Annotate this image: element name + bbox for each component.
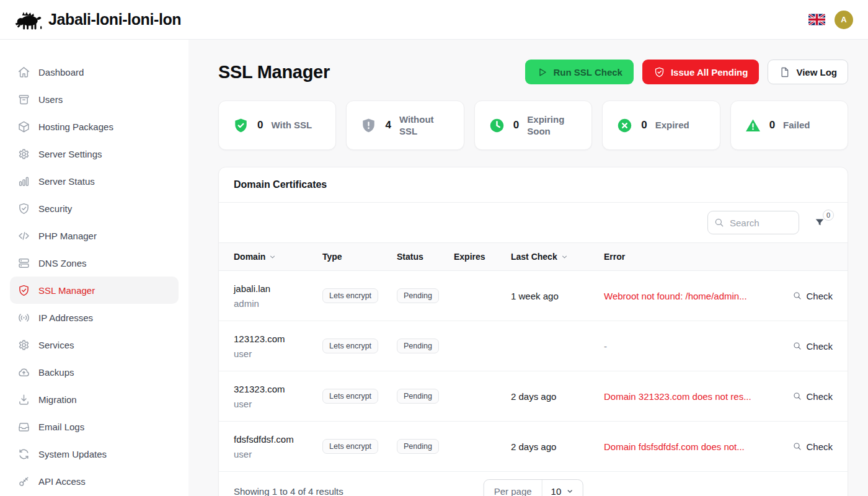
check-button[interactable]: Check [792,341,833,352]
sidebar-item-label: Server Status [38,176,95,187]
domain-name: 321323.com [234,384,322,394]
status-cell: Pending [397,389,454,404]
sidebar-item-label: System Updates [38,449,107,459]
type-badge: Lets encrypt [322,439,378,454]
check-label: Check [806,441,833,452]
sidebar-item-label: DNS Zones [38,258,87,268]
check-button[interactable]: Check [792,291,833,301]
brand[interactable]: Jabali-loni-loni-lon [15,9,181,30]
main-content: SSL Manager Run SSL Check Issue All Pend… [188,40,868,496]
error-cell: - [604,341,776,352]
sidebar-item-users[interactable]: Users [10,86,179,113]
check-button[interactable]: Check [792,391,833,402]
column-header-last-check[interactable]: Last Check [511,252,604,262]
download-icon [17,393,30,406]
last-check-cell: 2 days ago [511,441,604,452]
chevron-down-icon [560,253,569,261]
language-flag-button[interactable] [808,14,825,25]
sidebar-item-label: API Access [38,476,86,487]
domain-user: admin [234,298,322,309]
run-ssl-check-button[interactable]: Run SSL Check [525,60,634,84]
view-log-label: View Log [796,67,837,78]
header-actions: Run SSL Check Issue All Pending View Log [525,60,848,84]
x-circle-filled-icon [616,117,633,134]
sidebar-item-email-logs[interactable]: Email Logs [10,413,179,440]
avatar[interactable]: A [835,11,853,29]
shield-icon [17,284,30,297]
stat-card-failed: 0Failed [730,100,848,150]
search-icon [792,441,802,451]
stat-card-with-ssl: 0With SSL [218,100,336,150]
check-button[interactable]: Check [792,441,833,452]
stat-value: 0 [769,119,775,131]
column-header-domain[interactable]: Domain [234,252,322,262]
stat-value: 0 [257,119,263,131]
document-icon [779,66,790,78]
sidebar-item-migration[interactable]: Migration [10,386,179,413]
shield-icon [17,202,30,215]
type-cell: Lets encrypt [322,389,397,404]
last-check-cell: 1 week ago [511,291,604,301]
search-icon [792,391,802,401]
column-header-error: Error [604,252,776,262]
inbox-icon [17,420,30,433]
action-cell: Check [776,291,833,301]
filter-count-badge: 0 [823,210,834,221]
sidebar-item-security[interactable]: Security [10,195,179,222]
error-cell: Webroot not found: /home/admin... [604,291,776,301]
sidebar-item-system-updates[interactable]: System Updates [10,440,179,467]
per-page-value: 10 [551,486,562,496]
sidebar-item-label: Backups [38,367,74,378]
chevron-down-icon [565,487,574,495]
filter-button[interactable]: 0 [814,217,825,228]
sidebar-item-label: IP Addresses [38,312,93,323]
shield-check-icon [653,66,665,78]
sidebar-item-label: Migration [38,394,77,405]
domain-user: user [234,449,322,459]
sidebar-item-label: Security [38,203,72,214]
action-cell: Check [776,341,833,352]
type-badge: Lets encrypt [322,339,378,353]
sidebar-item-server-settings[interactable]: Server Settings [10,140,179,167]
stat-card-without-ssl: 4Without SSL [346,100,464,150]
sidebar-item-dashboard[interactable]: Dashboard [10,58,179,86]
issue-all-pending-button[interactable]: Issue All Pending [642,60,759,84]
last-check-cell: 2 days ago [511,391,604,402]
table-row: 123123.comuserLets encryptPending-Check [219,321,848,371]
domain-name: jabali.lan [234,283,322,294]
type-cell: Lets encrypt [322,339,397,353]
sidebar-item-dns-zones[interactable]: DNS Zones [10,249,179,277]
sidebar-item-php-manager[interactable]: PHP Manager [10,222,179,249]
topbar-right: A [808,11,853,29]
page-title: SSL Manager [218,62,330,82]
status-badge: Pending [397,339,439,353]
type-badge: Lets encrypt [322,288,378,303]
domain-name: 123123.com [234,334,322,344]
stat-card-expired: 0Expired [602,100,720,150]
status-cell: Pending [397,439,454,454]
action-cell: Check [776,391,833,402]
sidebar-item-backups[interactable]: Backups [10,358,179,386]
search-icon [792,291,802,301]
view-log-button[interactable]: View Log [768,60,848,84]
sidebar-item-services[interactable]: Services [10,331,179,358]
search-icon [714,217,725,228]
sidebar-item-hosting-packages[interactable]: Hosting Packages [10,113,179,140]
error-cell: Domain 321323.com does not res... [604,391,776,402]
sidebar-item-label: Email Logs [38,422,84,432]
table-row: 321323.comuserLets encryptPending2 days … [219,371,848,422]
sidebar-item-label: PHP Manager [38,231,97,241]
sidebar-item-server-status[interactable]: Server Status [10,167,179,195]
status-badge: Pending [397,389,439,404]
table-header: DomainTypeStatusExpiresLast CheckError [219,242,848,271]
chart-icon [17,175,30,188]
table-row: jabali.lanadminLets encryptPending1 week… [219,271,848,321]
sidebar-item-ip-addresses[interactable]: IP Addresses [10,304,179,331]
stats-row: 0With SSL4Without SSL0Expiring Soon0Expi… [218,100,848,150]
per-page-select[interactable]: 10 [542,480,583,496]
sidebar-item-api-access[interactable]: API Access [10,467,179,495]
boar-logo-icon [15,9,42,30]
sidebar-item-ssl-manager[interactable]: SSL Manager [10,277,179,304]
domain-certificates-panel: Domain Certificates 0 DomainTypeStatusEx… [218,167,848,496]
status-cell: Pending [397,288,454,303]
